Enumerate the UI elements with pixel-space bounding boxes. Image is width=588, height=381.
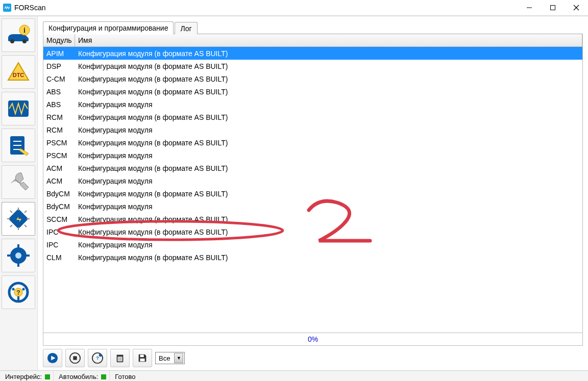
table-row[interactable]: PSCMКонфигурация модуля [43, 149, 582, 162]
cell-name: Конфигурация модуля (в формате AS BUILT) [75, 62, 582, 70]
table-row[interactable]: BdyCMКонфигурация модуля (в формате AS B… [43, 187, 582, 200]
svg-point-5 [22, 39, 27, 43]
table-row[interactable]: BdyCMКонфигурация модуля [43, 200, 582, 213]
svg-line-19 [10, 211, 12, 213]
sidebar-oscilloscope[interactable] [2, 92, 35, 125]
svg-point-24 [15, 252, 22, 259]
table-row[interactable]: ACMКонфигурация модуля (в формате AS BUI… [43, 162, 582, 174]
svg-line-21 [24, 211, 27, 213]
svg-text:DTC: DTC [13, 72, 24, 78]
status-led-icon [45, 374, 50, 379]
app-icon [3, 4, 11, 12]
cell-module: BdyCM [43, 202, 75, 211]
svg-rect-28 [26, 255, 30, 257]
cell-name: Конфигурация модуля (в формате AS BUILT) [75, 75, 582, 83]
table-row[interactable]: RCMКонфигурация модуля (в формате AS BUI… [43, 111, 582, 123]
window-controls [518, 0, 588, 15]
stop-button[interactable] [65, 349, 85, 367]
cell-name: Конфигурация модуля (в формате AS BUILT) [75, 139, 582, 147]
table-row[interactable]: APIMКонфигурация модуля (в формате AS BU… [43, 47, 582, 60]
window-title: FORScan [14, 4, 45, 12]
status-vehicle-label: Автомобиль: [59, 373, 98, 380]
svg-rect-26 [17, 263, 19, 267]
bottom-toolbar: ? Все ▼ [43, 346, 583, 368]
cell-module: RCM [43, 113, 75, 121]
svg-rect-42 [117, 356, 123, 362]
cell-name: Конфигурация модуля (в формате AS BUILT) [75, 113, 582, 121]
table-row[interactable]: RCMКонфигурация модуля [43, 123, 582, 136]
sidebar-programming[interactable] [2, 202, 35, 236]
tab-log[interactable]: Лог [175, 22, 197, 34]
cell-module: SCCM [43, 215, 75, 223]
sidebar-tests[interactable] [2, 129, 35, 162]
svg-rect-1 [551, 6, 555, 10]
table-row[interactable]: CLMКонфигурация модуля (в формате AS BUI… [43, 251, 582, 264]
svg-rect-46 [140, 355, 143, 358]
svg-line-20 [24, 225, 27, 227]
table-row[interactable]: SCCMКонфигурация модуля (в формате AS BU… [43, 213, 582, 225]
status-vehicle: Автомобиль: [56, 371, 110, 381]
cell-module: RCM [43, 126, 75, 134]
cell-module: IPC [43, 241, 75, 249]
cell-module: CLM [43, 253, 75, 262]
cell-name: Конфигурация модуля (в формате AS BUILT) [75, 215, 582, 223]
tab-config[interactable]: Конфигурация и программирование [43, 21, 174, 34]
filter-select[interactable]: Все ▼ [155, 352, 185, 364]
svg-point-32 [22, 288, 25, 291]
svg-rect-25 [17, 244, 19, 248]
table-row[interactable]: PSCMКонфигурация модуля (в формате AS BU… [43, 136, 582, 149]
tabs: Конфигурация и программирование Лог [43, 19, 583, 34]
sidebar-vehicle-info[interactable]: i [2, 18, 35, 52]
cell-name: Конфигурация модуля [75, 100, 582, 109]
cell-module: BdyCM [43, 190, 75, 198]
sidebar-help[interactable]: ? [2, 275, 35, 309]
cell-module: APIM [43, 49, 75, 58]
statusbar: Интерфейс: Автомобиль: Готово [0, 370, 588, 381]
svg-point-41 [99, 354, 102, 357]
svg-text:?: ? [96, 355, 99, 361]
info-button[interactable]: ? [88, 349, 107, 367]
cell-module: C-CM [43, 75, 75, 83]
maximize-button[interactable] [541, 0, 565, 15]
cell-module: PSCM [43, 151, 75, 160]
sidebar-settings[interactable] [2, 239, 35, 272]
svg-rect-27 [7, 255, 11, 257]
cell-module: IPC [43, 228, 75, 236]
cell-name: Конфигурация модуля (в формате AS BUILT) [75, 190, 582, 198]
table-row[interactable]: DSPКонфигурация модуля (в формате AS BUI… [43, 60, 582, 72]
cell-name: Конфигурация модуля (в формате AS BUILT) [75, 49, 582, 58]
cell-name: Конфигурация модуля (в формате AS BUILT) [75, 228, 582, 236]
status-interface-label: Интерфейс: [5, 373, 42, 380]
status-ready: Готово [112, 371, 138, 381]
table-row[interactable]: IPCКонфигурация модуля [43, 238, 582, 251]
svg-rect-47 [140, 359, 144, 362]
table-row[interactable]: ABSКонфигурация модуля [43, 98, 582, 111]
cell-name: Конфигурация модуля (в формате AS BUILT) [75, 164, 582, 172]
sidebar-service[interactable] [2, 165, 35, 199]
column-name[interactable]: Имя [75, 34, 582, 46]
progress-label: 0% [308, 335, 318, 343]
chevron-down-icon: ▼ [174, 353, 183, 363]
main-panel: Конфигурация и программирование Лог Моду… [38, 16, 588, 370]
cell-name: Конфигурация модуля [75, 241, 582, 249]
cell-module: DSP [43, 62, 75, 70]
table-body: APIMКонфигурация модуля (в формате AS BU… [43, 47, 583, 333]
table-row[interactable]: C-CMКонфигурация модуля (в формате AS BU… [43, 72, 582, 85]
sidebar-dtc[interactable]: DTC [2, 55, 35, 89]
play-button[interactable] [43, 349, 62, 367]
svg-rect-38 [73, 356, 77, 360]
column-module[interactable]: Модуль [43, 34, 75, 46]
table-row[interactable]: ABSКонфигурация модуля (в формате AS BUI… [43, 85, 582, 98]
cell-name: Конфигурация модуля (в формате AS BUILT) [75, 88, 582, 96]
progress-bar: 0% [43, 333, 583, 346]
close-button[interactable] [565, 0, 588, 15]
minimize-button[interactable] [518, 0, 541, 15]
save-button[interactable] [133, 349, 152, 367]
cell-module: ABS [43, 100, 75, 109]
delete-button[interactable] [110, 349, 130, 367]
cell-module: ACM [43, 177, 75, 185]
table-row[interactable]: ACMКонфигурация модуля [43, 174, 582, 187]
filter-value: Все [159, 354, 170, 362]
table-row[interactable]: IPCКонфигурация модуля (в формате AS BUI… [43, 225, 582, 238]
svg-rect-43 [117, 355, 124, 357]
